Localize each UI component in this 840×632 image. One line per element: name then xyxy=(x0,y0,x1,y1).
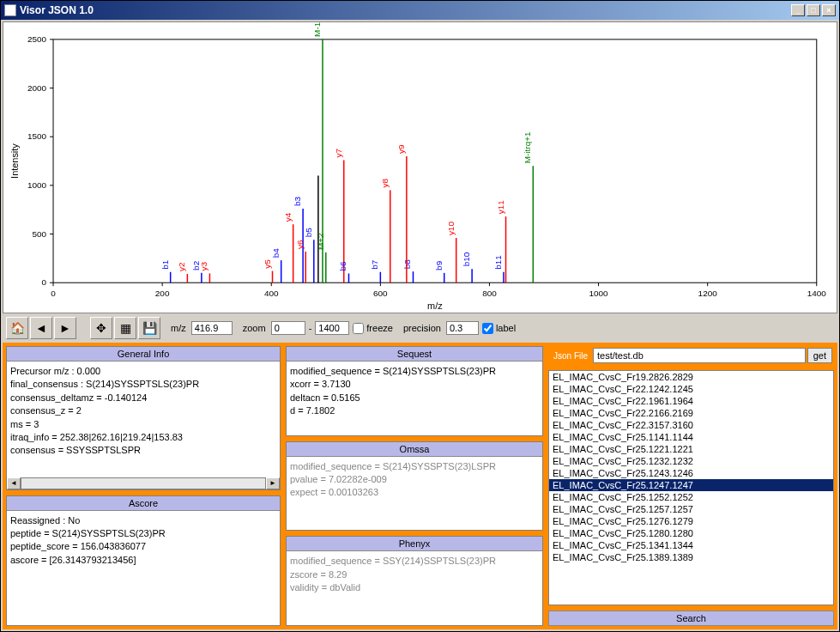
file-item[interactable]: EL_IMAC_CvsC_Fr25.1247.1247 xyxy=(549,479,833,491)
file-item[interactable]: EL_IMAC_CvsC_Fr25.1257.1257 xyxy=(549,503,833,515)
info-line: final_consensus : S(214)SYSSPTSLS(23)PR xyxy=(10,378,276,391)
zoom-min-input[interactable] xyxy=(271,321,305,335)
file-item[interactable]: EL_IMAC_CvsC_Fr25.1243.1246 xyxy=(549,467,833,479)
precision-input[interactable] xyxy=(446,321,479,335)
mz-label: m/z xyxy=(171,323,186,333)
window-title: Visor JSON 1.0 xyxy=(20,4,791,16)
scroll-right-button[interactable]: ► xyxy=(266,477,280,489)
app-window: Visor JSON 1.0 _ □ × 0200400600800100012… xyxy=(0,0,840,632)
svg-text:y4: y4 xyxy=(283,212,293,222)
svg-text:b1: b1 xyxy=(160,259,170,270)
config-button[interactable]: ▦ xyxy=(114,317,136,339)
svg-text:y3: y3 xyxy=(199,261,208,270)
titlebar: Visor JSON 1.0 _ □ × xyxy=(1,1,839,20)
info-line: consensus_z = 2 xyxy=(10,404,276,417)
search-header[interactable]: Search xyxy=(548,611,834,626)
sequest-panel: Sequest modified_sequence = S(214)SYSSPT… xyxy=(286,346,543,436)
file-item[interactable]: EL_IMAC_CvsC_Fr22.3157.3160 xyxy=(549,419,833,431)
get-button[interactable]: get xyxy=(807,348,832,363)
info-line: peptide = S(214)SYSSPTSLS(23)PR xyxy=(10,527,276,540)
scroll-track[interactable] xyxy=(21,477,266,489)
back-button[interactable]: ◄ xyxy=(30,317,52,339)
info-line: d = 7.1802 xyxy=(290,404,539,417)
mz-input[interactable] xyxy=(191,321,233,335)
info-line: pvalue = 7.02282e-009 xyxy=(290,473,539,486)
sequest-header: Sequest xyxy=(287,347,542,362)
omssa-header: Omssa xyxy=(287,442,542,457)
file-item[interactable]: EL_IMAC_CvsC_Fr25.1341.1344 xyxy=(549,539,833,551)
json-file-input[interactable] xyxy=(593,348,806,363)
toolbar: 🏠 ◄ ► ✥ ▦ 💾 m/z zoom - freeze precision … xyxy=(3,313,837,343)
info-line: deltacn = 0.5165 xyxy=(290,392,539,404)
svg-text:400: 400 xyxy=(264,289,279,298)
phenyx-body[interactable]: modified_sequence = SSY(214)SSPTSLS(23)P… xyxy=(287,551,542,625)
precision-label: precision xyxy=(403,323,441,333)
svg-text:y9: y9 xyxy=(396,144,406,154)
info-line: zscore = 8.29 xyxy=(290,568,539,581)
file-item[interactable]: EL_IMAC_CvsC_Fr22.2166.2169 xyxy=(549,407,833,419)
pan-button[interactable]: ✥ xyxy=(90,317,112,339)
info-line: ascore = [26.3143793213456] xyxy=(10,554,276,567)
svg-text:1400: 1400 xyxy=(807,289,827,298)
svg-text:b9: b9 xyxy=(434,260,444,270)
omssa-panel: Omssa modified_sequence = S(214)SYSSPTS(… xyxy=(286,441,543,532)
home-button[interactable]: 🏠 xyxy=(6,317,28,339)
svg-text:b6: b6 xyxy=(339,261,348,271)
svg-text:y10: y10 xyxy=(446,222,456,235)
panels-container: General Info Precursor m/z : 0.000final_… xyxy=(3,343,837,629)
minimize-button[interactable]: _ xyxy=(791,4,805,16)
file-item[interactable]: EL_IMAC_CvsC_Fr25.1276.1279 xyxy=(549,515,833,527)
file-item[interactable]: EL_IMAC_CvsC_Fr25.1221.1221 xyxy=(549,443,833,455)
label-check[interactable]: label xyxy=(482,323,516,334)
svg-text:0: 0 xyxy=(42,277,47,287)
freeze-check[interactable]: freeze xyxy=(353,323,393,334)
info-line: xcorr = 3.7130 xyxy=(290,378,539,391)
svg-text:y7: y7 xyxy=(334,148,343,157)
svg-text:2500: 2500 xyxy=(27,34,47,44)
info-line: Reassigned : No xyxy=(10,514,276,527)
svg-text:b11: b11 xyxy=(493,255,503,270)
svg-text:y11: y11 xyxy=(496,200,505,214)
file-item[interactable]: EL_IMAC_CvsC_Fr19.2826.2829 xyxy=(549,371,833,383)
close-button[interactable]: × xyxy=(822,4,836,16)
save-button[interactable]: 💾 xyxy=(138,317,160,339)
svg-text:2000: 2000 xyxy=(27,83,47,93)
file-list[interactable]: EL_IMAC_CvsC_Fr19.2826.2829EL_IMAC_CvsC_… xyxy=(548,370,834,605)
zoom-max-input[interactable] xyxy=(315,321,349,335)
general-info-panel: General Info Precursor m/z : 0.000final_… xyxy=(6,346,281,490)
file-item[interactable]: EL_IMAC_CvsC_Fr25.1280.1280 xyxy=(549,527,833,539)
json-file-row: Json File get xyxy=(548,346,834,365)
file-item[interactable]: EL_IMAC_CvsC_Fr22.1242.1245 xyxy=(549,383,833,395)
general-info-header: General Info xyxy=(7,347,280,362)
svg-rect-0 xyxy=(53,40,817,283)
info-line: consensus_deltamz = -0.140124 xyxy=(10,392,276,404)
svg-text:M+2: M+2 xyxy=(316,233,325,250)
info-line: peptide_score = 156.043836077 xyxy=(10,540,276,553)
maximize-button[interactable]: □ xyxy=(807,4,820,16)
svg-text:500: 500 xyxy=(32,229,46,239)
forward-button[interactable]: ► xyxy=(54,317,76,339)
svg-text:b5: b5 xyxy=(304,228,313,238)
file-item[interactable]: EL_IMAC_CvsC_Fr25.1141.1144 xyxy=(549,431,833,443)
general-info-body[interactable]: Precursor m/z : 0.000final_consensus : S… xyxy=(7,362,280,477)
svg-text:M-18+2: M-18+2 xyxy=(312,22,322,37)
omssa-body[interactable]: modified_sequence = S(214)SYSSPTS(23)LSP… xyxy=(287,457,542,531)
svg-text:b7: b7 xyxy=(370,259,379,270)
svg-text:m/z: m/z xyxy=(427,301,443,311)
file-item[interactable]: EL_IMAC_CvsC_Fr25.1232.1232 xyxy=(549,455,833,467)
sequest-body[interactable]: modified_sequence = S(214)SYSSPTSLS(23)P… xyxy=(287,362,542,435)
svg-text:Intensity: Intensity xyxy=(9,143,20,179)
svg-text:b10: b10 xyxy=(462,252,471,266)
scroll-left-button[interactable]: ◄ xyxy=(7,477,21,489)
info-line: modified_sequence = S(214)SYSSPTS(23)LSP… xyxy=(290,460,539,473)
zoom-label: zoom xyxy=(243,323,266,333)
file-item[interactable]: EL_IMAC_CvsC_Fr22.1961.1964 xyxy=(549,395,833,407)
spectrum-chart[interactable]: 0200400600800100012001400050010001500200… xyxy=(3,21,837,313)
svg-text:y8: y8 xyxy=(380,179,390,188)
svg-text:y6: y6 xyxy=(295,240,305,249)
ascore-body[interactable]: Reassigned : Nopeptide = S(214)SYSSPTSLS… xyxy=(7,511,280,625)
svg-text:200: 200 xyxy=(155,289,170,298)
info-line: modified_sequence = S(214)SYSSPTSLS(23)P… xyxy=(290,365,539,378)
file-item[interactable]: EL_IMAC_CvsC_Fr25.1252.1252 xyxy=(549,491,833,503)
file-item[interactable]: EL_IMAC_CvsC_Fr25.1389.1389 xyxy=(549,551,833,563)
